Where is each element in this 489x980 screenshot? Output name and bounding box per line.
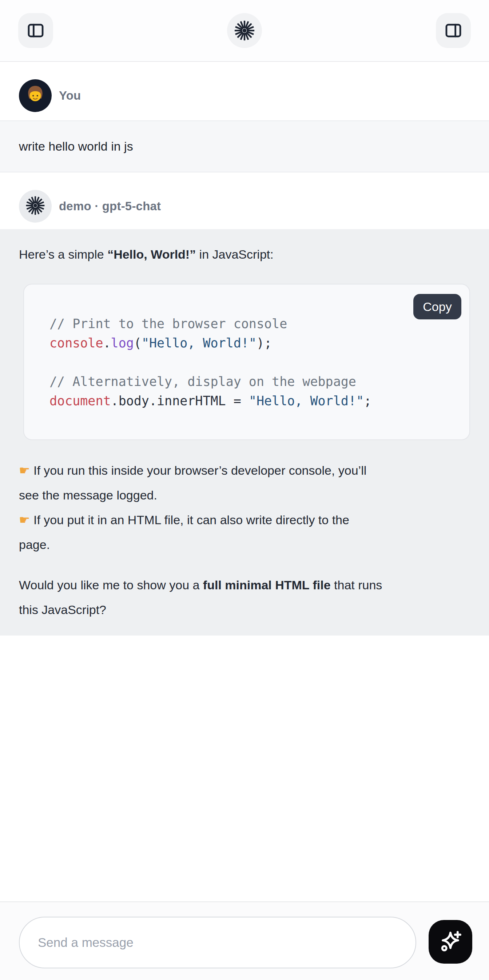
user-message: write hello world in js <box>0 121 489 172</box>
text-run: Here’s a simple <box>19 247 107 261</box>
pointing-right-emoji: ☛ <box>19 463 30 477</box>
code-line <box>49 353 462 372</box>
code-token-func: log <box>111 336 134 350</box>
top-bar <box>0 0 489 62</box>
code-token: .body.innerHTML = <box>111 394 249 408</box>
code-token-name: document <box>49 394 111 408</box>
panel-right-icon <box>444 21 463 40</box>
code-token: . <box>104 336 111 350</box>
pointing-right-emoji: ☛ <box>19 512 30 527</box>
code-token: ( <box>134 336 142 350</box>
user-sender-label: You <box>59 89 81 103</box>
assistant-sender-row: demo · gpt-5-chat <box>19 190 470 223</box>
assistant-sender-label: demo · gpt-5-chat <box>59 199 161 213</box>
text-run: If you put it in an HTML file, it can al… <box>19 513 349 552</box>
assistant-message: Here’s a simple “Hello, World!” in JavaS… <box>0 229 489 635</box>
user-sender-row: You <box>19 79 470 112</box>
text-run: Would you like me to show you a <box>19 578 203 592</box>
assistant-intro-text: Here’s a simple “Hello, World!” in JavaS… <box>19 242 470 267</box>
code-line: console.log("Hello, World!"); <box>49 334 462 353</box>
assistant-paragraph-2: Would you like me to show you a full min… <box>19 573 470 622</box>
code-token-name: console <box>49 336 104 350</box>
right-panel-toggle-button[interactable] <box>436 13 471 48</box>
code-line: document.body.innerHTML = "Hello, World!… <box>49 391 462 411</box>
sidebar-toggle-button[interactable] <box>18 13 53 48</box>
code-content: // Print to the browser consoleconsole.l… <box>24 285 469 411</box>
code-block: // Print to the browser consoleconsole.l… <box>23 284 470 440</box>
code-token-string: "Hello, World!" <box>142 336 256 350</box>
sparkle-icon <box>437 928 464 956</box>
assistant-avatar <box>19 190 52 223</box>
assistant-paragraph-1: ☛ If you run this inside your browser’s … <box>19 458 470 557</box>
code-token-comment: // Alternatively, display on the webpage <box>49 374 356 389</box>
message-input[interactable] <box>19 917 416 968</box>
code-line: // Alternatively, display on the webpage <box>49 372 462 391</box>
text-run: If you run this inside your browser’s de… <box>19 463 366 502</box>
code-token: ); <box>256 336 272 350</box>
app-logo-button[interactable] <box>227 13 262 48</box>
starburst-icon <box>25 195 46 218</box>
code-line: // Print to the browser console <box>49 314 462 334</box>
copy-button[interactable]: Copy <box>413 294 461 320</box>
code-token-comment: // Print to the browser console <box>49 317 287 331</box>
code-token-string: "Hello, World!" <box>249 394 364 408</box>
composer-bar <box>0 901 489 980</box>
starburst-icon <box>233 19 256 42</box>
user-avatar <box>19 79 52 112</box>
user-message-text: write hello world in js <box>19 139 133 154</box>
panel-left-icon <box>26 21 45 40</box>
text-run: “Hello, World!” <box>107 247 196 261</box>
code-token: ; <box>364 394 371 408</box>
text-run: full minimal HTML file <box>203 578 331 592</box>
text-run: in JavaScript: <box>196 247 274 261</box>
send-button[interactable] <box>428 920 472 964</box>
person-emoji-icon <box>24 83 47 108</box>
